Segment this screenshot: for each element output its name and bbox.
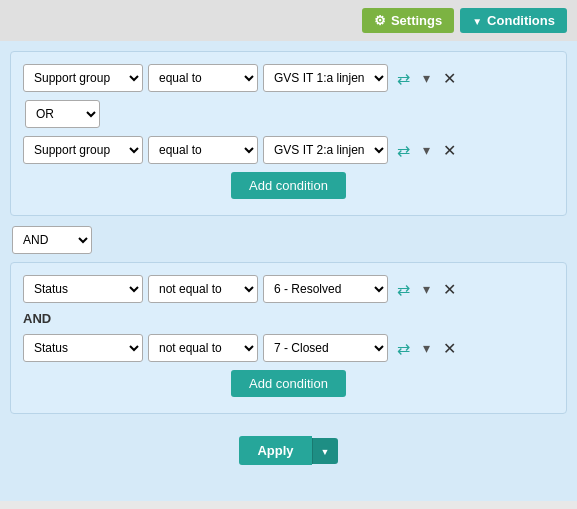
settings-label: Settings [391, 13, 442, 28]
delete-button-1-1[interactable] [439, 67, 460, 90]
and-connector-text: AND [23, 311, 554, 326]
operator-select-1-2[interactable]: equal to [148, 136, 258, 164]
apply-dropdown-button[interactable] [312, 438, 338, 464]
close-icon-1-1 [443, 69, 456, 88]
or-connector: OR AND [23, 100, 554, 128]
chevron-button-1-2[interactable] [419, 140, 434, 160]
add-condition-button-2[interactable]: Add condition [231, 370, 346, 397]
swap-icon-2-1 [397, 280, 410, 299]
operator-select-2-2[interactable]: not equal to [148, 334, 258, 362]
condition-row-1-1: Support group equal to GVS IT 1:a linjen [23, 64, 554, 92]
condition-row-2-2: Status not equal to 7 - Closed [23, 334, 554, 362]
swap-icon-1-1 [397, 69, 410, 88]
swap-button-1-1[interactable] [393, 67, 414, 90]
value-select-2-2[interactable]: 7 - Closed [263, 334, 388, 362]
filter-icon [472, 13, 482, 28]
close-icon-2-1 [443, 280, 456, 299]
swap-button-2-2[interactable] [393, 337, 414, 360]
swap-button-2-1[interactable] [393, 278, 414, 301]
swap-icon-2-2 [397, 339, 410, 358]
add-condition-button-1[interactable]: Add condition [231, 172, 346, 199]
chevron-button-2-1[interactable] [419, 279, 434, 299]
swap-button-1-2[interactable] [393, 139, 414, 162]
value-select-1-1[interactable]: GVS IT 1:a linjen [263, 64, 388, 92]
chevron-button-1-1[interactable] [419, 68, 434, 88]
chevron-down-icon-2-2 [423, 340, 430, 356]
condition-row-1-2: Support group equal to GVS IT 2:a linjen [23, 136, 554, 164]
close-icon-2-2 [443, 339, 456, 358]
apply-dropdown-arrow-icon [321, 445, 330, 457]
group-connector-row: AND OR [10, 226, 567, 254]
condition-group-2: Status not equal to 6 - Resolved AND [10, 262, 567, 414]
apply-button[interactable]: Apply [239, 436, 311, 465]
close-icon-1-2 [443, 141, 456, 160]
operator-select-1-1[interactable]: equal to [148, 64, 258, 92]
field-select-2-1[interactable]: Status [23, 275, 143, 303]
chevron-down-icon-1-2 [423, 142, 430, 158]
delete-button-2-2[interactable] [439, 337, 460, 360]
chevron-down-icon-1-1 [423, 70, 430, 86]
group-connector-select[interactable]: AND OR [12, 226, 92, 254]
field-select-1-1[interactable]: Support group [23, 64, 143, 92]
main-content: Support group equal to GVS IT 1:a linjen… [0, 41, 577, 501]
condition-row-2-1: Status not equal to 6 - Resolved [23, 275, 554, 303]
settings-button[interactable]: Settings [362, 8, 454, 33]
field-select-2-2[interactable]: Status [23, 334, 143, 362]
and-label: AND [23, 311, 51, 326]
condition-group-1: Support group equal to GVS IT 1:a linjen… [10, 51, 567, 216]
conditions-button[interactable]: Conditions [460, 8, 567, 33]
connector-select-1[interactable]: OR AND [25, 100, 100, 128]
gear-icon [374, 13, 386, 28]
delete-button-2-1[interactable] [439, 278, 460, 301]
chevron-button-2-2[interactable] [419, 338, 434, 358]
delete-button-1-2[interactable] [439, 139, 460, 162]
field-select-1-2[interactable]: Support group [23, 136, 143, 164]
chevron-down-icon-2-1 [423, 281, 430, 297]
value-select-2-1[interactable]: 6 - Resolved [263, 275, 388, 303]
top-bar: Settings Conditions [0, 0, 577, 41]
apply-section: Apply [10, 424, 567, 477]
value-select-1-2[interactable]: GVS IT 2:a linjen [263, 136, 388, 164]
swap-icon-1-2 [397, 141, 410, 160]
conditions-label: Conditions [487, 13, 555, 28]
operator-select-2-1[interactable]: not equal to [148, 275, 258, 303]
